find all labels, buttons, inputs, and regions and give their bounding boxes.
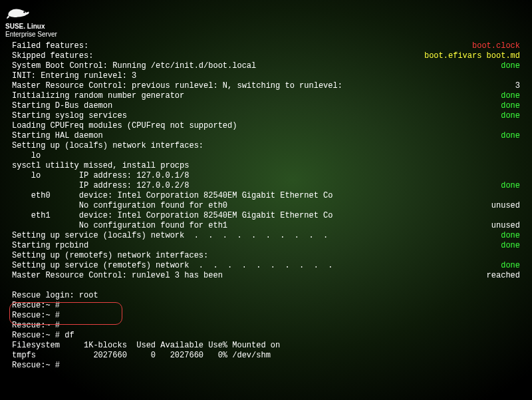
line-left: Setting up (remotefs) network interfaces… (12, 251, 208, 261)
terminal-line: INIT: Entering runlevel: 3 (12, 71, 520, 81)
line-status: done (501, 101, 520, 111)
terminal-line: Starting rpcbinddone (12, 241, 520, 251)
line-left: Filesystem 1K-blocks Used Available Use%… (12, 341, 280, 351)
terminal-line: Starting D-Bus daemondone (12, 101, 520, 111)
line-left: INIT: Entering runlevel: 3 (12, 71, 136, 81)
brand-line1: SUSE. Linux (5, 23, 45, 30)
terminal-line: Master Resource Control: previous runlev… (12, 81, 520, 91)
brand-line2: Enterprise Server (5, 31, 57, 38)
line-status: unused (491, 201, 520, 211)
chameleon-icon (5, 5, 31, 21)
line-left: Setting up service (localfs) network . .… (12, 231, 328, 241)
line-left: Starting syslog services (12, 111, 127, 121)
line-status: done (501, 91, 520, 101)
line-status: reached (487, 271, 520, 281)
line-status: unused (491, 221, 520, 231)
line-status: done (501, 181, 520, 191)
terminal-line: lo IP address: 127.0.0.1/8 (12, 171, 520, 181)
suse-logo: SUSE. Linux Enterprise Server (5, 5, 57, 39)
line-left: Starting HAL daemon (12, 131, 103, 141)
line-left: Rescue:~ # df (12, 331, 74, 341)
line-left: Rescue:~ # (12, 321, 60, 331)
line-left: Starting D-Bus daemon (12, 101, 112, 111)
terminal-line: tmpfs 2027660 0 2027660 0% /dev/shm (12, 351, 520, 361)
line-status: 3 (515, 81, 520, 91)
line-left: No configuration found for eth0 (12, 201, 227, 211)
line-left: Master Resource Control: runlevel 3 has … (12, 271, 223, 281)
terminal-line: Starting HAL daemondone (12, 131, 520, 141)
line-left: Skipped features: (12, 51, 93, 61)
line-left: lo IP address: 127.0.0.1/8 (12, 171, 189, 181)
terminal-line: System Boot Control: Running /etc/init.d… (12, 61, 520, 71)
terminal-line: Rescue:~ # (12, 301, 520, 311)
line-left: Initializing random number generator (12, 91, 184, 101)
terminal-line: sysctl utility missed, install procps (12, 161, 520, 171)
terminal-line: Rescue:~ # (12, 321, 520, 331)
line-left: Rescue login: root (12, 291, 98, 301)
line-status: boot.clock (472, 41, 520, 51)
line-left: No configuration found for eth1 (12, 221, 227, 231)
terminal-line: Setting up service (localfs) network . .… (12, 231, 520, 241)
svg-point-0 (23, 11, 25, 13)
line-left: eth0 device: Intel Corporation 82540EM G… (12, 191, 332, 201)
terminal-line: No configuration found for eth1unused (12, 221, 520, 231)
terminal-line: Rescue login: root (12, 291, 520, 301)
terminal-line: No configuration found for eth0unused (12, 201, 520, 211)
line-left (12, 281, 17, 291)
terminal-line (12, 281, 520, 291)
line-left: Failed features: (12, 41, 88, 51)
line-status: done (501, 241, 520, 251)
terminal-line: Starting syslog servicesdone (12, 111, 520, 121)
line-status: done (501, 111, 520, 121)
line-left: Setting up (localfs) network interfaces: (12, 141, 203, 151)
terminal-line: Filesystem 1K-blocks Used Available Use%… (12, 341, 520, 351)
line-left: System Boot Control: Running /etc/init.d… (12, 61, 256, 71)
line-left: lo (12, 151, 41, 161)
terminal-line: eth0 device: Intel Corporation 82540EM G… (12, 191, 520, 201)
terminal-line: Rescue:~ # (12, 311, 520, 321)
line-left: Rescue:~ # (12, 311, 60, 321)
terminal-line: eth1 device: Intel Corporation 82540EM G… (12, 211, 520, 221)
line-left: Rescue:~ # (12, 301, 60, 311)
terminal-line: Failed features:boot.clock (12, 41, 520, 51)
line-status: done (501, 61, 520, 71)
terminal-line: Skipped features:boot.efivars boot.md (12, 51, 520, 61)
terminal-line: Master Resource Control: runlevel 3 has … (12, 271, 520, 281)
line-left: Rescue:~ # (12, 361, 60, 371)
line-status: done (501, 131, 520, 141)
line-left: Loading CPUFreq modules (CPUFreq not sup… (12, 121, 237, 131)
terminal-line: Rescue:~ # df (12, 331, 520, 341)
terminal-line: Rescue:~ # (12, 361, 520, 371)
line-left: eth1 device: Intel Corporation 82540EM G… (12, 211, 332, 221)
line-status: boot.efivars boot.md (424, 51, 520, 61)
terminal-line: Setting up service (remotefs) network . … (12, 261, 520, 271)
line-left: sysctl utility missed, install procps (12, 161, 189, 171)
boot-terminal: Failed features:boot.clockSkipped featur… (12, 41, 520, 371)
line-status: done (501, 231, 520, 241)
line-left: tmpfs 2027660 0 2027660 0% /dev/shm (12, 351, 271, 361)
line-status: done (501, 261, 520, 271)
line-left: Setting up service (remotefs) network . … (12, 261, 332, 271)
line-left: Master Resource Control: previous runlev… (12, 81, 342, 91)
terminal-line: Initializing random number generatordone (12, 91, 520, 101)
terminal-line: lo (12, 151, 520, 161)
terminal-line: Setting up (remotefs) network interfaces… (12, 251, 520, 261)
line-left: Starting rpcbind (12, 241, 88, 251)
brand-text: SUSE. Linux Enterprise Server (5, 23, 57, 39)
terminal-line: Setting up (localfs) network interfaces: (12, 141, 520, 151)
terminal-line: Loading CPUFreq modules (CPUFreq not sup… (12, 121, 520, 131)
line-left: IP address: 127.0.0.2/8 (12, 181, 189, 191)
terminal-line: IP address: 127.0.0.2/8done (12, 181, 520, 191)
